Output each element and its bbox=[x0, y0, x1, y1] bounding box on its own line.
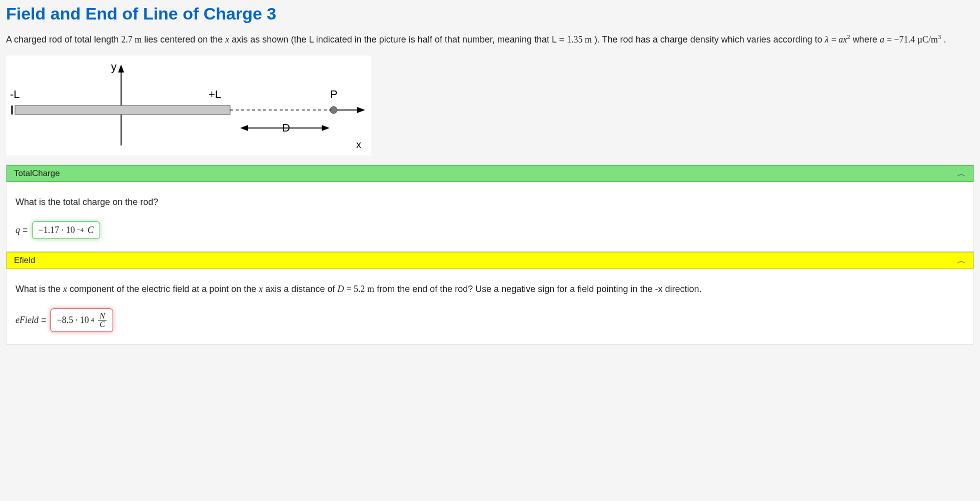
a-value: −71.4 µC/m bbox=[894, 34, 938, 44]
svg-marker-1 bbox=[118, 64, 124, 72]
lambda-rhs: ax bbox=[838, 34, 847, 44]
answer-row-total-charge: q = −1.17 · 10−4 C bbox=[16, 222, 964, 239]
half-length-value: 1.35 m bbox=[567, 34, 592, 44]
svg-marker-9 bbox=[240, 125, 248, 131]
section-body-efield: What is the x component of the electric … bbox=[7, 269, 973, 344]
neg-l-label: -L bbox=[10, 88, 20, 100]
answer-exponent: −4 bbox=[77, 226, 84, 234]
text: lies centered on the bbox=[144, 34, 225, 44]
chevron-up-icon: ︿ bbox=[957, 254, 966, 266]
svg-marker-10 bbox=[322, 125, 330, 131]
text: axis a distance of bbox=[265, 284, 337, 294]
text: What is the bbox=[16, 284, 63, 294]
axis-variable: x bbox=[225, 34, 229, 44]
lambda-variable: λ bbox=[825, 34, 829, 44]
section-title: TotalCharge bbox=[14, 168, 60, 178]
text: ). The rod has a charge density which va… bbox=[594, 34, 825, 44]
y-axis-label: y bbox=[111, 60, 117, 73]
equals: = bbox=[346, 284, 354, 294]
x-axis-label: x bbox=[356, 139, 361, 150]
answer-input-total-charge[interactable]: −1.17 · 10−4 C bbox=[32, 222, 101, 239]
answer-exponent: 4 bbox=[91, 316, 94, 324]
x-variable: x bbox=[259, 284, 263, 294]
equals: = bbox=[831, 34, 839, 44]
unit-denominator: C bbox=[98, 320, 107, 328]
efield-variable: eField bbox=[16, 315, 39, 325]
page-title: Field and End of Line of Charge 3 bbox=[6, 4, 974, 24]
unit-numerator: N bbox=[98, 312, 107, 320]
svg-point-5 bbox=[330, 106, 337, 114]
text: . bbox=[943, 34, 946, 44]
diagram: y D -L +L P x bbox=[6, 56, 371, 156]
text: component of the electric field at a poi… bbox=[70, 284, 259, 294]
text: from the end of the rod? Use a negative … bbox=[377, 284, 701, 294]
section-efield: Efield ︿ What is the x component of the … bbox=[6, 252, 974, 344]
equals: = bbox=[23, 225, 28, 235]
svg-rect-2 bbox=[15, 106, 230, 114]
text: axis as shown (the L indicated in the pi… bbox=[232, 34, 567, 44]
section-body-total-charge: What is the total charge on the rod? q =… bbox=[7, 182, 973, 251]
section-header-efield[interactable]: Efield ︿ bbox=[7, 252, 973, 269]
chevron-up-icon: ︿ bbox=[957, 168, 966, 180]
text: A charged rod of total length bbox=[6, 34, 121, 44]
problem-statement: A charged rod of total length 2.7 m lies… bbox=[6, 32, 974, 46]
lambda-exponent: 2 bbox=[847, 34, 850, 40]
d-label: D bbox=[282, 122, 290, 134]
d-value: 5.2 m bbox=[354, 284, 374, 294]
equals: = bbox=[41, 315, 47, 325]
d-variable: D bbox=[337, 284, 344, 294]
section-title: Efield bbox=[14, 256, 36, 266]
section-total-charge: TotalCharge ︿ What is the total charge o… bbox=[6, 164, 974, 252]
pos-l-label: +L bbox=[209, 88, 221, 100]
x-variable: x bbox=[63, 284, 67, 294]
total-length-value: 2.7 m bbox=[121, 34, 142, 44]
answer-row-efield: eField = −8.5 · 104 N C bbox=[16, 308, 964, 332]
q-variable: q bbox=[16, 225, 20, 235]
answer-value: −1.17 · 10 bbox=[39, 225, 75, 236]
answer-unit: C bbox=[88, 225, 94, 236]
equals: = bbox=[887, 34, 894, 44]
svg-marker-7 bbox=[357, 107, 365, 113]
p-label: P bbox=[330, 88, 338, 100]
a-exponent: 3 bbox=[938, 34, 941, 40]
a-variable: a bbox=[880, 34, 884, 44]
answer-input-efield[interactable]: −8.5 · 104 N C bbox=[51, 308, 113, 332]
question-efield: What is the x component of the electric … bbox=[16, 284, 964, 294]
section-header-total-charge[interactable]: TotalCharge ︿ bbox=[7, 165, 973, 182]
answer-unit-fraction: N C bbox=[98, 312, 107, 328]
answer-value: −8.5 · 10 bbox=[57, 315, 89, 326]
question-total-charge: What is the total charge on the rod? bbox=[16, 197, 964, 208]
text: where bbox=[853, 34, 880, 44]
